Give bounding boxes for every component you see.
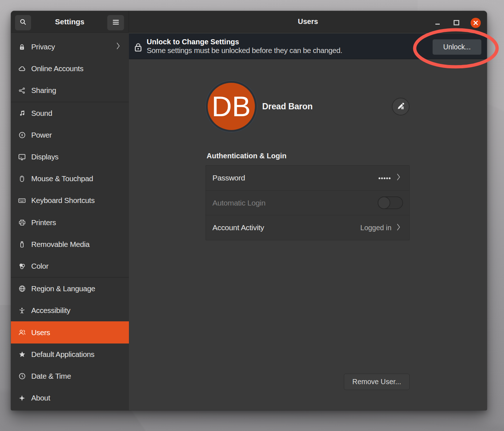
sidebar-item-label: Printers xyxy=(31,218,56,227)
remove-user-button[interactable]: Remove User... xyxy=(344,374,410,390)
chevron-right-icon xyxy=(397,223,401,232)
sidebar-item-about[interactable]: About xyxy=(11,387,129,409)
sidebar-item-label: Displays xyxy=(31,153,58,161)
row-accessories xyxy=(378,196,401,209)
sidebar-item-sound[interactable]: Sound xyxy=(11,102,129,124)
lock-icon xyxy=(134,42,142,52)
settings-window: Settings PrivacyOnline AccountsSharingSo… xyxy=(11,11,487,410)
sidebar-item-label: Color xyxy=(31,262,49,271)
maximize-icon xyxy=(452,19,461,27)
automatic-login-toggle[interactable] xyxy=(378,196,403,209)
chevron-right-icon xyxy=(397,173,401,182)
pencil-icon xyxy=(396,101,406,113)
banner-subtitle: Some settings must be unlocked before th… xyxy=(147,46,342,55)
search-button[interactable] xyxy=(15,15,31,31)
close-button[interactable] xyxy=(471,18,481,28)
user-full-name: Dread Baron xyxy=(262,81,313,132)
banner-text: Unlock to Change Settings Some settings … xyxy=(147,37,342,55)
sidebar-item-label: Power xyxy=(31,131,52,139)
sidebar-item-mouse-touchpad[interactable]: Mouse & Touchpad xyxy=(11,168,129,190)
sidebar-item-label: Keyboard Shortcuts xyxy=(31,196,95,205)
sidebar-item-label: About xyxy=(31,394,50,402)
mouse-icon xyxy=(18,175,26,183)
minimize-icon xyxy=(433,19,442,27)
sidebar-item-label: Users xyxy=(31,328,50,337)
row-accessories xyxy=(378,173,401,182)
user-card: DB Dread Baron xyxy=(206,81,410,132)
sidebar-item-accessibility[interactable]: Accessibility xyxy=(11,300,129,321)
search-icon xyxy=(20,19,27,27)
sidebar-item-region-language[interactable]: Region & Language xyxy=(11,278,129,300)
users-icon xyxy=(18,329,26,336)
sidebar-item-printers[interactable]: Printers xyxy=(11,212,129,233)
sidebar-item-sharing[interactable]: Sharing xyxy=(11,80,129,101)
sidebar-item-label: Online Accounts xyxy=(31,64,84,73)
users-panel: DB Dread Baron Authentication & Login xyxy=(129,33,487,410)
automatic-login-row: Automatic Login xyxy=(206,190,409,215)
chevron-right-icon xyxy=(116,42,120,52)
password-row[interactable]: Password xyxy=(206,166,409,190)
account-activity-label: Account Activity xyxy=(212,223,264,232)
sparkle-icon xyxy=(18,394,26,402)
automatic-login-label: Automatic Login xyxy=(212,199,265,207)
sidebar-item-label: Sharing xyxy=(31,86,56,95)
password-dots xyxy=(378,175,391,181)
password-label: Password xyxy=(212,174,245,182)
lock-icon xyxy=(18,43,26,51)
unlock-button[interactable]: Unlock... xyxy=(432,39,481,55)
window-controls xyxy=(433,12,487,33)
banner-title: Unlock to Change Settings xyxy=(147,37,342,46)
sidebar-item-label: Accessibility xyxy=(31,306,70,315)
cloud-icon xyxy=(18,65,26,73)
close-icon xyxy=(471,18,481,28)
sidebar-item-label: Sound xyxy=(31,109,52,118)
printer-icon xyxy=(18,219,26,226)
row-accessories: Logged in xyxy=(360,223,401,232)
sidebar-item-users[interactable]: Users xyxy=(11,321,129,343)
sidebar-nav: PrivacyOnline AccountsSharingSoundPowerD… xyxy=(11,33,129,410)
accessibility-icon xyxy=(18,307,26,314)
auth-section-heading: Authentication & Login xyxy=(207,152,286,160)
minimize-button[interactable] xyxy=(433,19,442,27)
sidebar-item-label: Date & Time xyxy=(31,372,71,381)
sidebar-item-power[interactable]: Power xyxy=(11,124,129,146)
star-icon xyxy=(18,350,26,358)
primary-menu-button[interactable] xyxy=(107,15,124,31)
auth-listbox: Password Automatic Login xyxy=(206,165,410,240)
displays-icon xyxy=(18,153,26,161)
sidebar-item-label: Removable Media xyxy=(31,240,90,249)
main-headerbar: Users xyxy=(129,11,487,33)
sidebar-item-label: Region & Language xyxy=(31,284,95,293)
maximize-button[interactable] xyxy=(452,19,461,27)
account-activity-row[interactable]: Account Activity Logged in xyxy=(206,215,409,240)
sidebar-item-removable-media[interactable]: Removable Media xyxy=(11,233,129,255)
edit-name-button[interactable] xyxy=(392,98,410,115)
power-icon xyxy=(18,131,26,139)
avatar[interactable]: DB xyxy=(208,83,255,130)
unlock-banner: Unlock to Change Settings Some settings … xyxy=(129,33,487,59)
sidebar-item-keyboard-shortcuts[interactable]: Keyboard Shortcuts xyxy=(11,190,129,211)
sidebar-item-color[interactable]: Color xyxy=(11,255,129,277)
sidebar: Settings PrivacyOnline AccountsSharingSo… xyxy=(11,11,129,410)
share-icon xyxy=(18,87,26,94)
sidebar-item-privacy[interactable]: Privacy xyxy=(11,36,129,58)
sidebar-item-default-applications[interactable]: Default Applications xyxy=(11,343,129,365)
globe-icon xyxy=(18,285,26,293)
toggle-knob xyxy=(378,196,390,209)
sidebar-item-label: Mouse & Touchpad xyxy=(31,174,93,183)
flashdrive-icon xyxy=(18,240,26,248)
keyboard-icon xyxy=(18,197,26,204)
account-activity-value: Logged in xyxy=(360,224,391,232)
hamburger-menu-icon xyxy=(112,19,119,27)
avatar-ring: DB xyxy=(206,81,257,132)
sidebar-item-label: Default Applications xyxy=(31,350,94,359)
sidebar-item-displays[interactable]: Displays xyxy=(11,146,129,168)
sidebar-item-date-time[interactable]: Date & Time xyxy=(11,365,129,387)
sidebar-item-label: Privacy xyxy=(31,42,55,51)
page-title: Users xyxy=(298,17,318,26)
sidebar-item-online-accounts[interactable]: Online Accounts xyxy=(11,58,129,80)
sidebar-headerbar: Settings xyxy=(11,11,129,33)
main-area: Users xyxy=(129,11,487,410)
sound-icon xyxy=(18,109,26,117)
clock-icon xyxy=(18,372,26,380)
